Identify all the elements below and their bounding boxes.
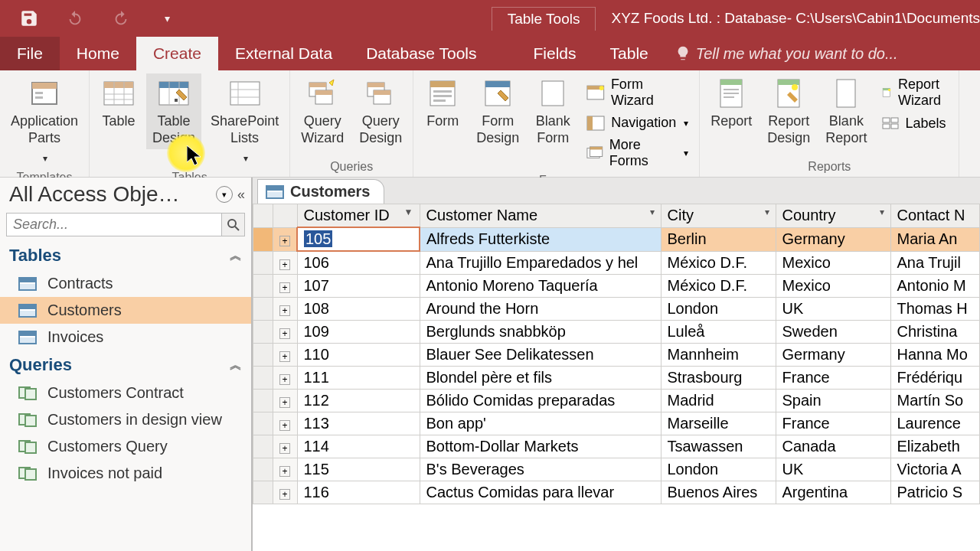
cell-city[interactable]: Mannheim xyxy=(661,344,776,367)
datasheet-table[interactable]: Customer ID▼ Customer Name▾ City▾ Countr… xyxy=(253,204,980,504)
cell-customer-name[interactable]: Bólido Comidas preparadas xyxy=(420,390,661,412)
col-customer-id[interactable]: Customer ID▼ xyxy=(297,204,420,228)
cell-customer-name[interactable]: Bon app' xyxy=(420,412,661,435)
cell-customer-id[interactable]: 116 xyxy=(297,481,420,504)
tab-fields[interactable]: Fields xyxy=(517,37,593,70)
cell-customer-id[interactable]: 108 xyxy=(297,298,420,321)
cell-contact[interactable]: Laurence xyxy=(890,412,980,435)
cell-customer-id[interactable]: 115 xyxy=(297,458,420,481)
cell-country[interactable]: France xyxy=(776,367,890,390)
table-row[interactable]: +113Bon app'MarseilleFranceLaurence xyxy=(253,412,980,435)
cell-customer-name[interactable]: Around the Horn xyxy=(420,298,661,321)
cell-city[interactable]: London xyxy=(661,298,776,321)
nav-title[interactable]: All Access Obje… xyxy=(9,182,216,207)
expand-row-icon[interactable]: + xyxy=(273,367,298,390)
cell-country[interactable]: Sweden xyxy=(776,321,890,344)
cell-customer-id[interactable]: 109 xyxy=(297,321,420,344)
cell-customer-name[interactable]: Antonio Moreno Taquería xyxy=(420,275,661,298)
cell-city[interactable]: Tsawassen xyxy=(661,435,776,458)
cell-contact[interactable]: Patricio S xyxy=(890,481,980,504)
col-city[interactable]: City▾ xyxy=(661,204,776,228)
table-row[interactable]: +109Berglunds snabbköpLuleåSwedenChristi… xyxy=(253,321,980,344)
cell-customer-id[interactable]: 112 xyxy=(297,390,420,412)
table-row[interactable]: +112Bólido Comidas preparadasMadridSpain… xyxy=(253,390,980,412)
expand-row-icon[interactable]: + xyxy=(273,275,298,298)
col-customer-name[interactable]: Customer Name▾ xyxy=(420,204,661,228)
sharepoint-lists-button[interactable]: SharePoint Lists xyxy=(204,73,285,169)
nav-group-queries[interactable]: Queries︽ xyxy=(0,350,251,380)
cell-customer-id[interactable]: 107 xyxy=(297,275,420,298)
cell-city[interactable]: London xyxy=(661,458,776,481)
row-selector[interactable] xyxy=(253,227,273,251)
table-row[interactable]: +106Ana Trujillo Emparedados y helMéxico… xyxy=(253,251,980,275)
cell-country[interactable]: Argentina xyxy=(776,481,890,504)
tab-create[interactable]: Create xyxy=(136,37,218,70)
navigation-button[interactable]: Navigation xyxy=(586,115,688,131)
report-design-button[interactable]: Report Design xyxy=(761,73,816,149)
cell-country[interactable]: France xyxy=(776,412,890,435)
table-button[interactable]: Table xyxy=(94,73,143,133)
cell-contact[interactable]: Christina xyxy=(890,321,980,344)
table-design-button[interactable]: Table Design xyxy=(146,73,201,149)
table-row[interactable]: +114Bottom-Dollar MarketsTsawassenCanada… xyxy=(253,435,980,458)
cell-contact[interactable]: Hanna Mo xyxy=(890,344,980,367)
blank-report-button[interactable]: Blank Report xyxy=(819,73,873,149)
datasheet-tab-customers[interactable]: Customers xyxy=(257,179,384,204)
cell-customer-id[interactable]: 111 xyxy=(297,367,420,390)
table-row[interactable]: +110Blauer See DelikatessenMannheimGerma… xyxy=(253,344,980,367)
nav-query-0[interactable]: Customers Contract xyxy=(0,380,251,406)
row-selector[interactable] xyxy=(253,344,273,367)
tab-database-tools[interactable]: Database Tools xyxy=(349,37,493,70)
cell-customer-name[interactable]: B's Beverages xyxy=(420,458,661,481)
cell-customer-name[interactable]: Ana Trujillo Emparedados y hel xyxy=(420,251,661,275)
cell-customer-name[interactable]: Blondel père et fils xyxy=(420,367,661,390)
cell-customer-name[interactable]: Alfreds Futterkiste xyxy=(420,227,661,251)
cell-customer-name[interactable]: Berglunds snabbköp xyxy=(420,321,661,344)
col-country[interactable]: Country▾ xyxy=(776,204,890,228)
cell-country[interactable]: Spain xyxy=(776,390,890,412)
tab-file[interactable]: File xyxy=(0,37,60,70)
form-button[interactable]: Form xyxy=(418,73,467,133)
labels-button[interactable]: Labels xyxy=(882,115,946,132)
tab-home[interactable]: Home xyxy=(60,37,136,70)
cell-city[interactable]: México D.F. xyxy=(661,251,776,275)
qat-customize-icon[interactable]: ▾ xyxy=(152,3,182,34)
row-selector[interactable] xyxy=(253,390,273,412)
row-selector[interactable] xyxy=(253,481,273,504)
row-selector[interactable] xyxy=(253,412,273,435)
cell-city[interactable]: Luleå xyxy=(661,321,776,344)
report-button[interactable]: Report xyxy=(704,73,758,133)
tell-me-search[interactable]: Tell me what you want to do... xyxy=(691,37,980,70)
cell-customer-name[interactable]: Blauer See Delikatessen xyxy=(420,344,661,367)
redo-icon[interactable] xyxy=(106,3,136,34)
search-icon[interactable] xyxy=(222,213,245,236)
row-selector[interactable] xyxy=(253,435,273,458)
nav-query-2[interactable]: Customers Query xyxy=(0,433,251,460)
tab-external-data[interactable]: External Data xyxy=(218,37,349,70)
table-row[interactable]: +116Cactus Comidas para llevarBuenos Air… xyxy=(253,481,980,504)
cell-country[interactable]: Canada xyxy=(776,435,890,458)
cell-contact[interactable]: Antonio M xyxy=(890,275,980,298)
cell-country[interactable]: Mexico xyxy=(776,251,890,275)
report-wizard-button[interactable]: Report Wizard xyxy=(882,77,948,109)
cell-country[interactable]: UK xyxy=(776,298,890,321)
expand-row-icon[interactable]: + xyxy=(273,481,298,504)
application-parts-button[interactable]: Application Parts xyxy=(5,73,84,169)
form-wizard-button[interactable]: Form Wizard xyxy=(586,77,688,109)
cell-customer-name[interactable]: Cactus Comidas para llevar xyxy=(420,481,661,504)
row-selector-header[interactable] xyxy=(253,204,273,228)
form-design-button[interactable]: Form Design xyxy=(470,73,525,149)
cell-contact[interactable]: Victoria A xyxy=(890,458,980,481)
save-icon[interactable] xyxy=(14,3,44,34)
row-selector[interactable] xyxy=(253,321,273,344)
expand-row-icon[interactable]: + xyxy=(273,321,298,344)
table-row[interactable]: +108Around the HornLondonUKThomas H xyxy=(253,298,980,321)
row-selector[interactable] xyxy=(253,367,273,390)
cell-customer-id[interactable]: 113 xyxy=(297,412,420,435)
col-contact-name[interactable]: Contact N xyxy=(890,204,980,228)
cell-city[interactable]: Buenos Aires xyxy=(661,481,776,504)
query-wizard-button[interactable]: Query Wizard xyxy=(295,73,350,149)
nav-table-customers[interactable]: Customers xyxy=(0,297,251,324)
table-row[interactable]: +107Antonio Moreno TaqueríaMéxico D.F.Me… xyxy=(253,275,980,298)
nav-menu-icon[interactable]: ▾ xyxy=(216,186,233,203)
